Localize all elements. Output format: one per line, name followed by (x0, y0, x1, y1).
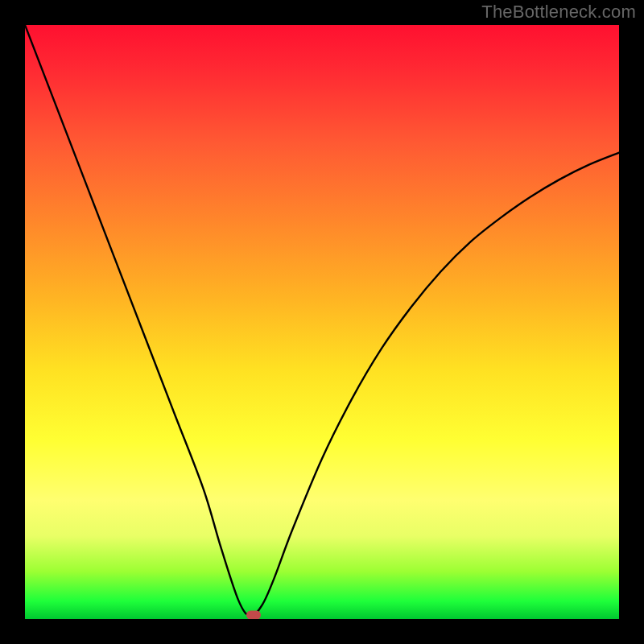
bottleneck-curve (25, 25, 619, 619)
optimal-point-marker (246, 610, 261, 619)
plot-area (25, 25, 619, 619)
watermark-label: TheBottleneck.com (481, 2, 636, 23)
chart-frame: TheBottleneck.com (0, 0, 644, 644)
